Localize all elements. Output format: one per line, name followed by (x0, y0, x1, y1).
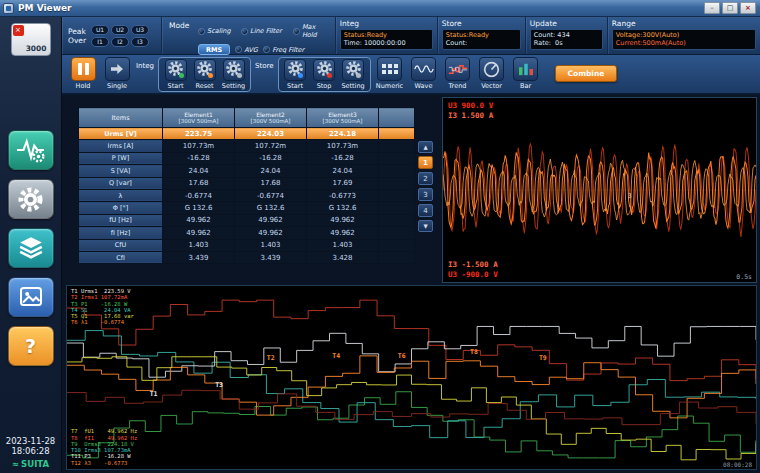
maximize-button[interactable]: □ (722, 2, 738, 14)
row-value: 17.69 (307, 177, 379, 189)
wave-label-i3-min: I3 -1.500 A (448, 260, 498, 269)
store-count-value: Count: (446, 40, 517, 48)
table-row[interactable]: Φ [°]G 132.6G 132.6G 132.6 (79, 202, 415, 214)
table-row[interactable]: λ-0.6774-0.6774-0.6773 (79, 189, 415, 201)
table-row[interactable]: Urms [V]223.75224.03224.18 (79, 128, 415, 140)
row-blank (379, 128, 415, 140)
row-value: 1.403 (163, 239, 235, 251)
trend-legend-line: T12 λ3 -0.6773 (71, 460, 137, 466)
peak-indicator-u2: U2 (111, 25, 129, 35)
combine-button[interactable]: Combine (555, 65, 618, 82)
integ-button-group: Start Reset Setting (158, 57, 251, 92)
table-row[interactable]: fI [Hz]49.96249.96249.962 (79, 227, 415, 239)
page-4-button[interactable]: 4 (418, 204, 433, 217)
trend-marker-t2: T2 (267, 354, 275, 362)
page-1-button[interactable]: 1 (418, 156, 433, 169)
table-row[interactable]: Q [var]17.6817.6817.69 (79, 177, 415, 189)
row-value: 3.439 (235, 251, 307, 263)
page-up-button[interactable]: ▲ (418, 141, 433, 153)
row-value: 49.962 (163, 227, 235, 239)
table-row[interactable]: S [VA]24.0424.0424.04 (79, 165, 415, 177)
radio-icon (235, 46, 242, 53)
row-value: 49.962 (307, 227, 379, 239)
store-start-button[interactable] (284, 59, 306, 81)
sidebar: × 3000 (0, 17, 62, 473)
single-button[interactable] (105, 57, 130, 81)
row-blank (379, 165, 415, 177)
wave-label-u3-min: U3 -900.0 V (448, 270, 498, 279)
table-row[interactable]: fU [Hz]49.96249.96249.962 (79, 214, 415, 226)
pause-icon (78, 63, 89, 75)
wave-channel-marker: 3 (628, 192, 632, 200)
store-status-value: Status:Ready (446, 32, 517, 40)
row-value: -0.6774 (163, 189, 235, 201)
row-value: 1.403 (307, 239, 379, 251)
wave-view-button[interactable] (411, 57, 436, 81)
table-row[interactable]: Irms [A]107.73m107.72m107.73m (79, 140, 415, 152)
gear-icon (17, 186, 44, 213)
store-setting-button[interactable] (342, 59, 364, 81)
trend-view-button[interactable] (445, 57, 470, 81)
vector-view-button[interactable] (479, 57, 504, 81)
row-value: G 132.6 (307, 202, 379, 214)
trend-marker-t6: T6 (398, 352, 406, 360)
waveform-panel: U3 900.0 V I3 1.500 A I3 -1.500 A U3 -90… (442, 97, 757, 283)
radio-icon (263, 46, 270, 53)
items-column-header: Items (79, 108, 163, 128)
question-icon: ? (25, 335, 36, 357)
toolbar: Hold Single Integ Start (62, 55, 760, 95)
table-row[interactable]: CfI3.4393.4393.428 (79, 251, 415, 263)
element1-column-header: Element1[300V 500mA] (163, 108, 235, 128)
peak-over-section: Peak Over U1U2U3I1I2I3 (62, 17, 162, 54)
table-row[interactable]: P [W]-16.28-16.28-16.28 (79, 152, 415, 164)
trend-legend-line: T6 λ1 -0.6774 (71, 319, 134, 325)
wave-svg (443, 98, 756, 282)
integ-setting-button[interactable] (223, 59, 245, 81)
row-item-label: Φ [°] (79, 202, 163, 214)
wave-settings-button[interactable] (8, 130, 54, 170)
row-blank (379, 177, 415, 189)
layers-button[interactable] (8, 228, 54, 268)
display-image-button[interactable] (8, 277, 54, 317)
integ-status-value: Status:Ready (344, 32, 429, 40)
update-section: Update Count: 434 Rate: 0s (526, 17, 608, 54)
row-value: -0.6773 (307, 189, 379, 201)
minimize-button[interactable]: – (704, 2, 720, 14)
page-down-button[interactable]: ▼ (418, 220, 433, 232)
rms-button[interactable]: RMS (198, 44, 230, 55)
image-icon (17, 285, 45, 309)
numeric-grid-icon (381, 62, 399, 76)
row-value: 24.04 (163, 165, 235, 177)
scaling-radio[interactable]: Scaling (198, 27, 237, 35)
layers-icon (17, 235, 45, 261)
row-value: 17.68 (163, 177, 235, 189)
page-2-button[interactable]: 2 (418, 172, 433, 185)
table-row[interactable]: CfU1.4031.4031.403 (79, 239, 415, 251)
line-filter-radio[interactable]: Line Filter (241, 27, 289, 35)
element3-column-header: Element3[300V 500mA] (307, 108, 379, 128)
store-stop-button[interactable] (313, 59, 335, 81)
row-value: 24.04 (235, 165, 307, 177)
store-status-label: Store (442, 19, 522, 28)
close-button[interactable]: × (740, 2, 756, 14)
freq-filter-radio[interactable]: Freq Filter (263, 46, 304, 54)
row-value: 223.75 (163, 128, 235, 140)
max-hold-radio[interactable]: Max Hold (293, 23, 328, 39)
integ-status-box: Status:Ready Time: 10000:00:00 (340, 29, 433, 50)
integ-status-section: Integ Status:Ready Time: 10000:00:00 (336, 17, 438, 54)
integ-reset-button[interactable] (194, 59, 216, 81)
peak-over-label: Peak Over (68, 27, 86, 45)
help-button[interactable]: ? (8, 326, 54, 366)
trend-marker-t3: T3 (215, 381, 223, 389)
row-item-label: Q [var] (79, 177, 163, 189)
hold-button[interactable] (71, 57, 96, 81)
page-3-button[interactable]: 3 (418, 188, 433, 201)
integ-start-button[interactable] (165, 59, 187, 81)
voltage-range-value: Voltage:300V(Auto) (616, 32, 752, 40)
avg-radio[interactable]: AVG (235, 46, 259, 54)
numeric-view-button[interactable] (377, 57, 402, 81)
bar-view-button[interactable] (513, 57, 538, 81)
settings-button[interactable] (8, 179, 54, 219)
row-blank (379, 214, 415, 226)
row-item-label: fU [Hz] (79, 214, 163, 226)
